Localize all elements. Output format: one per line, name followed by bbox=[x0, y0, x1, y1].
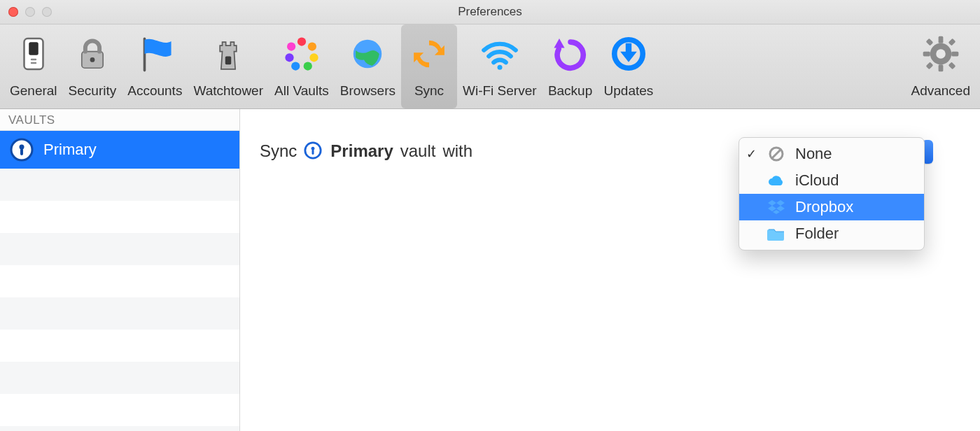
svg-marker-42 bbox=[776, 206, 785, 211]
tab-all-vaults[interactable]: All Vaults bbox=[269, 24, 335, 108]
sync-text-suffix-1: vault bbox=[400, 141, 436, 161]
tab-wifi-server-label: Wi-Fi Server bbox=[463, 83, 537, 99]
tower-icon bbox=[206, 31, 251, 76]
svg-rect-22 bbox=[938, 64, 943, 71]
vault-icon bbox=[10, 138, 34, 162]
tab-updates[interactable]: Updates bbox=[598, 24, 659, 108]
tab-advanced[interactable]: Advanced bbox=[905, 24, 976, 108]
sync-dropdown-menu: ✓ None iCloud bbox=[738, 137, 925, 250]
svg-rect-21 bbox=[938, 36, 943, 43]
menu-item-label: None bbox=[795, 145, 832, 163]
tab-accounts-label: Accounts bbox=[127, 83, 182, 99]
window-title: Preferences bbox=[458, 5, 522, 19]
sync-icon bbox=[407, 31, 451, 76]
svg-marker-43 bbox=[773, 210, 780, 214]
svg-point-8 bbox=[298, 37, 306, 45]
tab-updates-label: Updates bbox=[604, 83, 654, 99]
download-icon bbox=[606, 31, 651, 76]
checkmark-icon: ✓ bbox=[745, 146, 757, 162]
tab-general-label: General bbox=[10, 83, 57, 99]
tab-backup-label: Backup bbox=[548, 83, 592, 99]
menu-item-label: Dropbox bbox=[795, 198, 853, 216]
svg-point-5 bbox=[90, 57, 95, 62]
svg-rect-26 bbox=[948, 38, 955, 46]
svg-rect-3 bbox=[31, 62, 36, 64]
tab-browsers-label: Browsers bbox=[340, 83, 396, 99]
menu-item-folder[interactable]: Folder bbox=[739, 220, 924, 247]
tab-advanced-label: Advanced bbox=[911, 83, 970, 99]
globe-icon bbox=[345, 31, 390, 76]
tab-sync-label: Sync bbox=[414, 83, 444, 99]
svg-marker-19 bbox=[620, 43, 637, 62]
sync-vault-name: Primary bbox=[330, 141, 393, 161]
preferences-toolbar: General Security Accounts Watcht bbox=[0, 24, 980, 109]
svg-rect-24 bbox=[951, 52, 958, 57]
general-icon bbox=[11, 31, 56, 76]
svg-line-38 bbox=[772, 150, 780, 158]
svg-point-11 bbox=[304, 62, 312, 70]
vaults-ring-icon bbox=[279, 31, 324, 76]
svg-rect-33 bbox=[20, 148, 23, 155]
svg-marker-40 bbox=[776, 200, 785, 206]
folder-icon bbox=[767, 225, 785, 243]
tab-backup[interactable]: Backup bbox=[542, 24, 598, 108]
svg-marker-41 bbox=[768, 206, 776, 211]
tab-security[interactable]: Security bbox=[63, 24, 122, 108]
sidebar-item-label: Primary bbox=[43, 141, 97, 159]
svg-point-9 bbox=[308, 42, 316, 50]
tab-browsers[interactable]: Browsers bbox=[335, 24, 401, 108]
tab-sync[interactable]: Sync bbox=[401, 24, 457, 108]
zoom-window-button[interactable] bbox=[42, 7, 52, 17]
svg-rect-2 bbox=[31, 59, 36, 61]
content: VAULTS Primary Sync bbox=[0, 109, 980, 431]
minimize-window-button[interactable] bbox=[25, 7, 35, 17]
tab-watchtower-label: Watchtower bbox=[193, 83, 263, 99]
tab-watchtower[interactable]: Watchtower bbox=[188, 24, 269, 108]
sidebar-empty-rows bbox=[0, 169, 239, 431]
menu-item-dropbox[interactable]: Dropbox bbox=[739, 194, 924, 220]
tab-security-label: Security bbox=[69, 83, 117, 99]
svg-rect-27 bbox=[925, 62, 933, 70]
svg-rect-1 bbox=[29, 42, 38, 55]
sync-text-prefix: Sync bbox=[260, 141, 297, 161]
sidebar-item-primary[interactable]: Primary bbox=[0, 131, 239, 169]
dropbox-icon bbox=[767, 198, 785, 216]
none-icon bbox=[767, 145, 785, 163]
gear-icon bbox=[918, 31, 963, 76]
svg-marker-39 bbox=[768, 200, 776, 206]
titlebar: Preferences bbox=[0, 0, 980, 24]
svg-point-10 bbox=[309, 53, 318, 62]
flag-icon bbox=[132, 31, 177, 76]
svg-rect-36 bbox=[312, 150, 314, 155]
svg-point-16 bbox=[497, 65, 502, 70]
undo-icon bbox=[548, 31, 593, 76]
svg-rect-23 bbox=[923, 52, 930, 57]
window-controls bbox=[8, 7, 52, 17]
svg-point-14 bbox=[287, 42, 295, 50]
vaults-sidebar: VAULTS Primary bbox=[0, 109, 240, 431]
wifi-icon bbox=[477, 31, 522, 76]
menu-item-icloud[interactable]: iCloud bbox=[739, 167, 924, 194]
sync-pane: Sync Primary vault with ✓ bbox=[240, 109, 980, 431]
svg-marker-17 bbox=[554, 38, 564, 48]
sync-text-suffix-2: with bbox=[442, 141, 472, 161]
vault-inline-icon bbox=[304, 141, 323, 161]
svg-rect-25 bbox=[925, 38, 933, 46]
tab-general[interactable]: General bbox=[4, 24, 63, 108]
svg-point-12 bbox=[291, 62, 300, 70]
menu-item-label: Folder bbox=[795, 225, 839, 243]
tab-wifi-server[interactable]: Wi-Fi Server bbox=[457, 24, 542, 108]
svg-point-13 bbox=[285, 53, 293, 62]
menu-item-label: iCloud bbox=[795, 171, 839, 190]
icloud-icon bbox=[767, 171, 785, 190]
svg-rect-28 bbox=[948, 62, 955, 70]
svg-point-29 bbox=[936, 49, 946, 59]
tab-all-vaults-label: All Vaults bbox=[274, 83, 329, 99]
menu-item-none[interactable]: ✓ None bbox=[739, 141, 924, 167]
sidebar-header: VAULTS bbox=[0, 109, 239, 131]
svg-rect-7 bbox=[225, 56, 231, 64]
close-window-button[interactable] bbox=[8, 7, 18, 17]
tab-accounts[interactable]: Accounts bbox=[122, 24, 188, 108]
lock-icon bbox=[70, 31, 115, 76]
